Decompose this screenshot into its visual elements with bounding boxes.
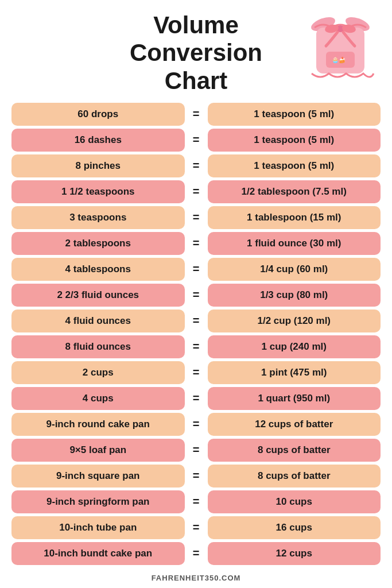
equals-sign: = <box>188 185 204 198</box>
table-row: 9-inch round cake pan=12 cups of batter <box>11 413 381 436</box>
equals-sign: = <box>188 262 204 276</box>
equals-sign: = <box>188 211 204 224</box>
right-value: 12 cups of batter <box>208 413 381 436</box>
equals-sign: = <box>188 133 204 146</box>
right-value: 1/2 cup (120 ml) <box>208 310 381 332</box>
right-value: 1 quart (950 ml) <box>208 387 381 410</box>
left-value: 16 dashes <box>11 129 185 152</box>
footer: FAHRENHEIT350.COM <box>152 574 241 582</box>
equals-sign: = <box>188 521 204 534</box>
right-value: 8 cups of batter <box>208 439 381 462</box>
table-row: 3 teaspoons=1 tablespoon (15 ml) <box>11 206 381 229</box>
table-row: 10-inch bundt cake pan=12 cups <box>11 542 381 565</box>
table-row: 60 drops=1 teaspoon (5 ml) <box>11 103 381 126</box>
table-row: 10-inch tube pan=16 cups <box>11 516 381 539</box>
right-value: 1 teaspoon (5 ml) <box>208 129 381 152</box>
right-value: 1/2 tablespoon (7.5 ml) <box>208 180 381 203</box>
table-row: 4 cups=1 quart (950 ml) <box>11 387 381 410</box>
equals-sign: = <box>188 469 204 482</box>
left-value: 4 tablespoons <box>11 258 185 281</box>
table-row: 2 tablespoons=1 fluid ounce (30 ml) <box>11 232 381 255</box>
equals-sign: = <box>188 288 204 301</box>
left-value: 4 fluid ounces <box>11 310 185 332</box>
right-value: 10 cups <box>208 490 381 513</box>
left-value: 60 drops <box>11 103 185 126</box>
table-row: 2 2/3 fluid ounces=1/3 cup (80 ml) <box>11 284 381 307</box>
right-value: 1 teaspoon (5 ml) <box>208 154 381 177</box>
left-value: 2 tablespoons <box>11 232 185 255</box>
header: VolumeConversionChart 🧁🍰 <box>11 11 381 95</box>
equals-sign: = <box>188 547 204 560</box>
equals-sign: = <box>188 340 204 353</box>
table-row: 4 fluid ounces=1/2 cup (120 ml) <box>11 310 381 332</box>
table-row: 2 cups=1 pint (475 ml) <box>11 361 381 384</box>
left-value: 2 2/3 fluid ounces <box>11 284 185 307</box>
table-row: 8 fluid ounces=1 cup (240 ml) <box>11 335 381 358</box>
table-row: 9-inch springform pan=10 cups <box>11 490 381 513</box>
svg-text:🧁🍰: 🧁🍰 <box>332 56 346 64</box>
right-value: 8 cups of batter <box>208 465 381 488</box>
equals-sign: = <box>188 314 204 327</box>
right-value: 1 cup (240 ml) <box>208 335 381 358</box>
right-value: 1/3 cup (80 ml) <box>208 284 381 307</box>
left-value: 4 cups <box>11 387 185 410</box>
right-value: 1 teaspoon (5 ml) <box>208 103 381 126</box>
table-row: 8 pinches=1 teaspoon (5 ml) <box>11 154 381 177</box>
right-value: 1 tablespoon (15 ml) <box>208 206 381 229</box>
left-value: 8 fluid ounces <box>11 335 185 358</box>
equals-sign: = <box>188 366 204 379</box>
right-value: 1/4 cup (60 ml) <box>208 258 381 281</box>
table-row: 9×5 loaf pan=8 cups of batter <box>11 439 381 462</box>
table-row: 16 dashes=1 teaspoon (5 ml) <box>11 129 381 152</box>
left-value: 1 1/2 teaspoons <box>11 180 185 203</box>
equals-sign: = <box>188 159 204 172</box>
equals-sign: = <box>188 417 204 431</box>
right-value: 16 cups <box>208 516 381 539</box>
apron-illustration: 🧁🍰 <box>306 11 375 86</box>
conversion-rows: 60 drops=1 teaspoon (5 ml)16 dashes=1 te… <box>11 103 381 568</box>
left-value: 2 cups <box>11 361 185 384</box>
equals-sign: = <box>188 237 204 250</box>
equals-sign: = <box>188 107 204 121</box>
right-value: 1 pint (475 ml) <box>208 361 381 384</box>
left-value: 10-inch tube pan <box>11 516 185 539</box>
table-row: 4 tablespoons=1/4 cup (60 ml) <box>11 258 381 281</box>
table-row: 9-inch square pan=8 cups of batter <box>11 465 381 488</box>
equals-sign: = <box>188 443 204 457</box>
table-row: 1 1/2 teaspoons=1/2 tablespoon (7.5 ml) <box>11 180 381 203</box>
left-value: 9-inch springform pan <box>11 490 185 513</box>
left-value: 10-inch bundt cake pan <box>11 542 185 565</box>
left-value: 9×5 loaf pan <box>11 439 185 462</box>
equals-sign: = <box>188 392 204 405</box>
left-value: 9-inch round cake pan <box>11 413 185 436</box>
left-value: 9-inch square pan <box>11 465 185 488</box>
right-value: 1 fluid ounce (30 ml) <box>208 232 381 255</box>
right-value: 12 cups <box>208 542 381 565</box>
equals-sign: = <box>188 495 204 508</box>
left-value: 3 teaspoons <box>11 206 185 229</box>
left-value: 8 pinches <box>11 154 185 177</box>
